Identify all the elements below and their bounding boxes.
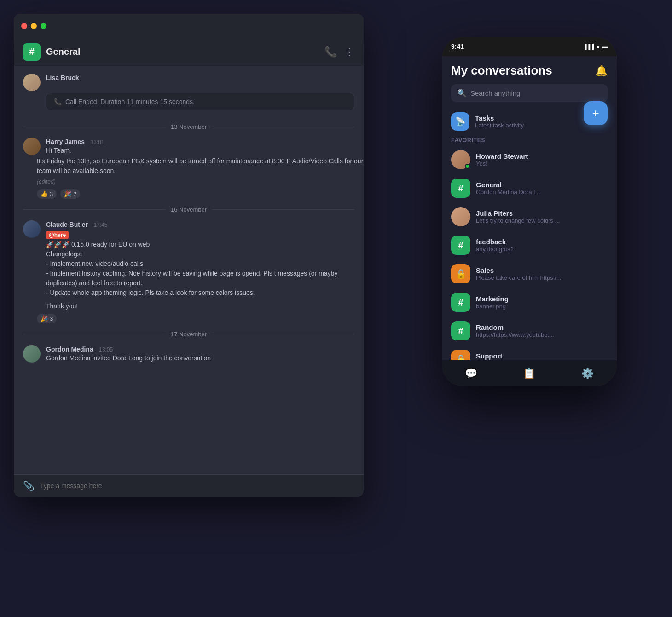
- harry-avatar: [23, 138, 41, 155]
- claude-msg-5: - Update whole app theming logic. Pls ta…: [46, 288, 354, 298]
- call-ended-icon: 📞: [54, 98, 62, 105]
- attach-icon[interactable]: 📎: [23, 480, 35, 491]
- phone-notch-area: 9:41 ▐▐▐ ▲ ▬: [442, 37, 617, 56]
- channel-title-group: # General: [23, 43, 80, 61]
- tasks-sub: Latest task activity: [475, 122, 524, 129]
- phone-bottom-nav: 💬 📋 ⚙️: [442, 360, 617, 386]
- nav-chat-icon[interactable]: 💬: [462, 364, 480, 383]
- header-actions: 📞 ⋮: [324, 46, 354, 58]
- favorites-label: FAVORITES: [442, 135, 617, 145]
- general-info: General Gordon Medina Dora L...: [476, 181, 608, 196]
- bell-icon[interactable]: 🔔: [595, 65, 608, 77]
- claude-msg-4: - Implement history caching. Noe history…: [46, 269, 354, 288]
- list-item[interactable]: # Random https://https://www.youtube....: [442, 317, 617, 345]
- traffic-lights: [21, 23, 46, 29]
- marketing-preview: banner.png: [476, 303, 608, 310]
- channel-header: # General 📞 ⋮: [14, 38, 364, 66]
- gordon-avatar: [23, 345, 41, 363]
- sales-name: Sales: [476, 266, 608, 274]
- sales-info: Sales Please take care of him https:/...: [476, 266, 608, 281]
- general-name: General: [476, 181, 608, 189]
- feedback-preview: any thoughts?: [476, 246, 608, 253]
- online-dot: [465, 164, 470, 169]
- marketing-hash-icon: #: [451, 293, 470, 312]
- phone-container: 9:41 ▐▐▐ ▲ ▬ My conversations 🔔 🔍 Search…: [442, 37, 617, 386]
- fab-add-button[interactable]: +: [584, 101, 608, 125]
- marketing-info: Marketing banner.png: [476, 295, 608, 310]
- tasks-name: Tasks: [475, 114, 524, 122]
- phone-header: My conversations 🔔: [442, 56, 617, 82]
- mention-here-tag: @here: [46, 231, 69, 239]
- date-divider-13nov: 13 November: [14, 116, 364, 138]
- phone-frame: 9:41 ▐▐▐ ▲ ▬ My conversations 🔔 🔍 Search…: [442, 37, 617, 386]
- tasks-info: Tasks Latest task activity: [475, 114, 524, 129]
- support-lock-icon: 🔒: [451, 350, 470, 360]
- claude-reactions: 🎉 3: [14, 314, 364, 323]
- claude-msg-1: 🚀🚀🚀 0.15.0 ready for EU on web: [46, 240, 354, 249]
- sales-lock-icon: 🔒: [451, 264, 470, 283]
- howard-name: Howard Stewart: [476, 152, 608, 160]
- more-options-icon[interactable]: ⋮: [344, 46, 354, 58]
- desktop-window: # General 📞 ⋮ Lisa Bruck 📞 Call Ended. D…: [14, 14, 364, 497]
- phone-time: 9:41: [451, 43, 464, 50]
- general-hash-icon: #: [451, 179, 470, 198]
- date-17-nov-label: 17 November: [171, 331, 207, 338]
- reaction-party-claude[interactable]: 🎉 3: [37, 314, 57, 323]
- call-ended-text: Call Ended. Duration 11 minutes 15 secon…: [65, 98, 195, 105]
- date-16-nov-label: 16 November: [171, 206, 207, 213]
- message-input[interactable]: [40, 482, 354, 490]
- reaction-thumbsup[interactable]: 👍 3: [37, 189, 57, 199]
- howard-info: Howard Stewart Yes!: [476, 152, 608, 167]
- fullscreen-button[interactable]: [41, 23, 46, 29]
- nav-settings-icon[interactable]: ⚙️: [579, 364, 597, 383]
- nav-contacts-icon[interactable]: 📋: [520, 364, 539, 383]
- search-placeholder: Search anything: [470, 89, 520, 97]
- date-13-nov-label: 13 November: [171, 123, 207, 130]
- date-divider-17nov: 17 November: [14, 323, 364, 345]
- claude-avatar: [23, 220, 41, 238]
- date-divider-16nov: 16 November: [14, 199, 364, 220]
- claude-msg-6: Thank you!: [46, 301, 354, 311]
- phone-search-bar[interactable]: 🔍 Search anything: [451, 84, 608, 102]
- harry-sender-row: Harry James 13:01 Hi Team.: [14, 138, 364, 156]
- howard-avatar: [451, 150, 470, 169]
- phone-icon[interactable]: 📞: [324, 46, 337, 58]
- minimize-button[interactable]: [31, 23, 37, 29]
- list-item[interactable]: Howard Stewart Yes!: [442, 145, 617, 174]
- message-input-bar: 📎: [14, 474, 364, 497]
- harry-edited-tag: (edited): [37, 179, 56, 185]
- gordon-sender-name: Gordon Medina: [46, 346, 93, 353]
- list-item[interactable]: 🔒 Support Screenshot from 2021-12-19: [442, 345, 617, 360]
- reaction-party[interactable]: 🎉 2: [60, 189, 80, 199]
- list-item[interactable]: # Marketing banner.png: [442, 288, 617, 317]
- harry-sender-name: Harry James: [46, 138, 85, 145]
- marketing-name: Marketing: [476, 295, 608, 303]
- phone-content: My conversations 🔔 🔍 Search anything + 📡…: [442, 56, 617, 386]
- close-button[interactable]: [21, 23, 27, 29]
- list-item[interactable]: # feedback any thoughts?: [442, 231, 617, 259]
- list-item[interactable]: 🔒 Sales Please take care of him https:/.…: [442, 259, 617, 288]
- random-name: Random: [476, 323, 608, 331]
- conversation-list: Howard Stewart Yes! # General Gordon Med…: [442, 145, 617, 360]
- gordon-msg: Gordon Medina invited Dora Long to join …: [46, 353, 211, 363]
- phone-status-icons: ▐▐▐ ▲ ▬: [583, 44, 608, 49]
- claude-msg-2: Changelogs:: [46, 249, 354, 259]
- howard-preview: Yes!: [476, 160, 608, 167]
- harry-message-time: 13:01: [91, 139, 104, 145]
- tasks-icon: 📡: [451, 112, 469, 131]
- sales-preview: Please take care of him https:/...: [476, 274, 608, 281]
- list-item[interactable]: Julia Piters Let's try to change few col…: [442, 202, 617, 231]
- gordon-message-time: 13:05: [99, 346, 113, 353]
- window-titlebar: [14, 14, 364, 38]
- gordon-sender-row: Gordon Medina 13:05 Gordon Medina invite…: [14, 345, 364, 363]
- phone-title: My conversations: [451, 63, 552, 78]
- julia-name: Julia Piters: [476, 209, 608, 217]
- harry-reactions: 👍 3 🎉 2: [14, 189, 364, 199]
- julia-preview: Let's try to change few colors ...: [476, 217, 608, 224]
- search-icon: 🔍: [458, 89, 467, 98]
- list-item[interactable]: # General Gordon Medina Dora L...: [442, 174, 617, 202]
- battery-icon: ▬: [602, 44, 608, 49]
- feedback-name: feedback: [476, 238, 608, 246]
- general-preview: Gordon Medina Dora L...: [476, 189, 608, 196]
- feedback-info: feedback any thoughts?: [476, 238, 608, 253]
